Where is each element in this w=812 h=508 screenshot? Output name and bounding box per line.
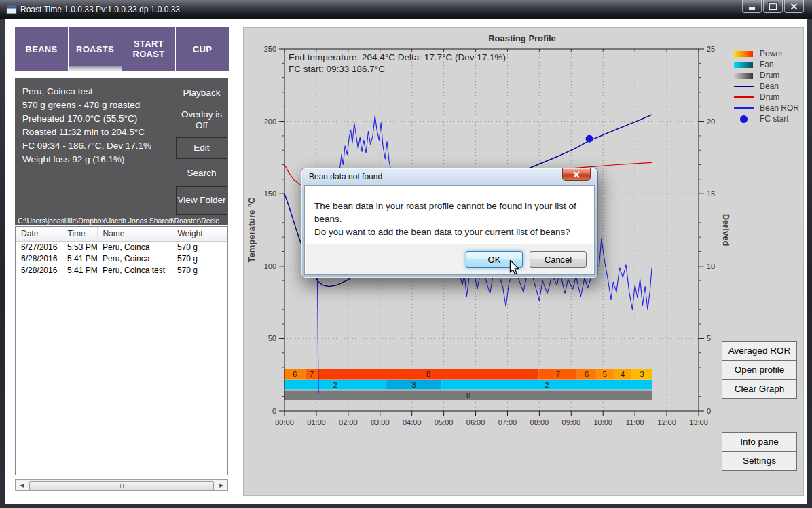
- svg-text:5: 5: [603, 370, 607, 378]
- legend-item-fc-start: FC start: [734, 113, 799, 124]
- view-folder-button[interactable]: View Folder: [176, 186, 227, 215]
- svg-text:6: 6: [585, 370, 589, 378]
- roast-actions: Playback Overlay is Off Edit Search View…: [176, 78, 228, 215]
- titlebar[interactable]: Roast.Time 1.0.0.33 Pv:1.0.0.33 dp 1.0.0…: [0, 0, 812, 19]
- dialog-message: The bean data in your roast profile cann…: [314, 200, 594, 238]
- svg-text:11:00: 11:00: [626, 418, 644, 427]
- edit-button[interactable]: Edit: [176, 137, 227, 159]
- legend-swatch: [734, 51, 753, 57]
- table-row[interactable]: 6/27/20165:53 PMPeru, Coinca570 g: [16, 241, 227, 253]
- table-cell: 570 g: [172, 253, 227, 265]
- roast-name: Peru, Coinca test: [22, 85, 151, 98]
- table-cell: Peru, Coinca: [97, 241, 172, 253]
- scroll-right-icon[interactable]: ▶: [216, 481, 227, 490]
- svg-text:09:00: 09:00: [562, 418, 581, 427]
- legend-swatch: [734, 73, 753, 79]
- svg-text:4: 4: [621, 370, 625, 378]
- legend-item-bean-ror: Bean ROR: [734, 103, 799, 113]
- tab-start-roast[interactable]: START ROAST: [122, 27, 175, 71]
- tab-roasts[interactable]: ROASTS: [69, 27, 122, 71]
- tab-bar: BEANS ROASTS START ROAST CUP: [15, 27, 229, 71]
- column-header-date[interactable]: Date: [16, 227, 62, 241]
- close-button[interactable]: [784, 0, 804, 13]
- svg-text:06:00: 06:00: [466, 418, 485, 427]
- table-cell: 6/28/2016: [16, 265, 62, 276]
- svg-text:01:00: 01:00: [307, 418, 326, 427]
- table-cell: 5:41 PM: [62, 265, 97, 276]
- legend-label: Drum: [760, 71, 779, 80]
- roast-weights: 570 g greens - 478 g roasted: [22, 98, 151, 112]
- roast-info-text: Peru, Coinca test 570 g greens - 478 g r…: [22, 85, 151, 166]
- playback-button[interactable]: Playback: [176, 82, 227, 103]
- column-header-name[interactable]: Name: [97, 227, 172, 241]
- svg-text:05:00: 05:00: [435, 418, 454, 427]
- table-cell: 5:53 PM: [62, 241, 97, 253]
- tab-beans[interactable]: BEANS: [15, 27, 68, 71]
- close-icon: [572, 171, 580, 178]
- svg-text:0: 0: [707, 407, 711, 415]
- open-profile-button[interactable]: Open profile: [722, 360, 797, 380]
- legend-label: Drum: [760, 92, 779, 102]
- roast-file-path: C:\Users\jonaslillie\Dropbox\Jacob Jonas…: [18, 217, 227, 225]
- scrollbar-thumb[interactable]: [29, 481, 214, 491]
- bean-data-dialog: Bean data not found The bean data in you…: [301, 168, 598, 278]
- roast-info-panel: Peru, Coinca test 570 g greens - 478 g r…: [15, 78, 228, 225]
- maximize-icon: [769, 3, 777, 10]
- roast-list[interactable]: Date Time Name Weight 6/27/20165:53 PMPe…: [15, 226, 228, 475]
- info-pane-button[interactable]: Info pane: [722, 432, 797, 452]
- settings-button[interactable]: Settings: [722, 451, 797, 471]
- table-cell: Peru, Coinca: [97, 253, 172, 265]
- tab-cup[interactable]: CUP: [176, 27, 229, 71]
- close-icon: [790, 3, 798, 10]
- legend-swatch: [734, 86, 754, 87]
- svg-text:150: 150: [264, 189, 276, 198]
- clear-graph-button[interactable]: Clear Graph: [722, 379, 797, 399]
- table-row[interactable]: 6/28/20165:41 PMPeru, Coinca570 g: [16, 253, 227, 265]
- svg-text:12:00: 12:00: [657, 418, 676, 427]
- minimize-icon: [748, 7, 756, 10]
- svg-text:8: 8: [466, 391, 470, 399]
- svg-text:25: 25: [707, 45, 715, 53]
- dialog-close-button[interactable]: [562, 168, 591, 181]
- legend-item-drum: Drum: [734, 70, 799, 81]
- client-area: BEANS ROASTS START ROAST CUP Peru, Coinc…: [5, 19, 807, 504]
- legend-item-drum: Drum: [734, 92, 799, 103]
- overlay-button[interactable]: Overlay is Off: [176, 106, 227, 134]
- legend-label: FC start: [760, 114, 789, 124]
- svg-text:Derived: Derived: [721, 214, 731, 247]
- horizontal-scrollbar[interactable]: ◀ ▶: [15, 479, 228, 491]
- table-row[interactable]: 6/28/20165:41 PMPeru, Coinca test570 g: [16, 265, 227, 276]
- legend-item-bean: Bean: [734, 81, 799, 92]
- svg-text:03:00: 03:00: [371, 418, 390, 427]
- column-header-weight[interactable]: Weight: [172, 227, 227, 241]
- maximize-button[interactable]: [763, 0, 783, 13]
- table-cell: 6/28/2016: [16, 253, 62, 265]
- svg-text:8: 8: [426, 370, 430, 378]
- svg-text:7: 7: [555, 370, 559, 378]
- cancel-button[interactable]: Cancel: [530, 251, 587, 268]
- svg-text:7: 7: [310, 370, 314, 378]
- scroll-left-icon[interactable]: ◀: [16, 481, 27, 490]
- averaged-ror-button[interactable]: Averaged ROR: [722, 341, 797, 361]
- legend-item-power: Power: [734, 48, 799, 59]
- table-cell: 6/27/2016: [16, 241, 62, 253]
- svg-text:3: 3: [640, 370, 644, 378]
- svg-text:FC start: 09:33 186.7°C: FC start: 09:33 186.7°C: [289, 64, 385, 74]
- svg-text:02:00: 02:00: [339, 418, 358, 427]
- svg-text:15: 15: [707, 189, 715, 198]
- dialog-body: The bean data in your roast profile cann…: [304, 185, 595, 275]
- svg-text:04:00: 04:00: [403, 418, 422, 427]
- roast-duration: Roasted 11:32 min to 204.5°C: [22, 126, 151, 139]
- legend-label: Bean: [760, 81, 779, 91]
- legend-label: Power: [760, 49, 783, 58]
- column-header-time[interactable]: Time: [62, 227, 97, 241]
- svg-text:2: 2: [545, 381, 549, 389]
- legend-swatch: [734, 96, 754, 98]
- svg-text:07:00: 07:00: [498, 418, 517, 427]
- legend-swatch: [740, 115, 748, 123]
- minimize-button[interactable]: [742, 0, 762, 13]
- search-button[interactable]: Search: [176, 163, 227, 183]
- svg-text:13:00: 13:00: [689, 418, 708, 427]
- svg-text:10: 10: [707, 262, 715, 270]
- roast-preheat: Preheated 170.0°C (55.5°C): [22, 112, 151, 126]
